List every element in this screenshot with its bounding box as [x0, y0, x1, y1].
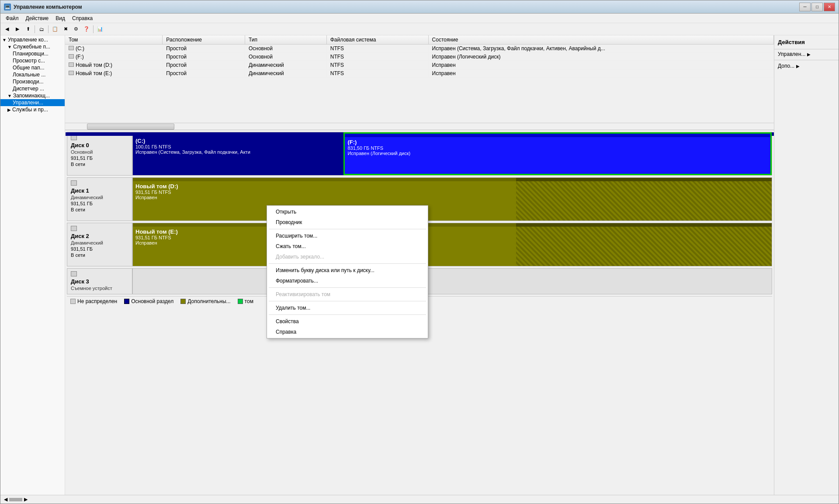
sidebar-item-shared[interactable]: Общие пап...: [0, 64, 65, 71]
row-type: Основной: [245, 45, 326, 53]
legend-logical-label: том: [245, 298, 253, 304]
sidebar-item-scheduler[interactable]: Планировщи...: [0, 50, 65, 57]
ctx-mirror: Добавить зеркало...: [267, 252, 428, 262]
show-hide-button[interactable]: 🗂: [37, 24, 46, 34]
action-more[interactable]: Допо... ▶: [774, 61, 839, 71]
table-row[interactable]: Новый том (E:) Простой Динамический NTFS…: [65, 69, 774, 78]
partition-c-size: 100,01 ГБ NTFS: [135, 144, 341, 149]
context-menu: Открыть Проводник Расширить том... Сжать…: [267, 205, 428, 338]
sidebar-item-svcapp[interactable]: ▶ Службы и пр...: [0, 106, 65, 113]
menu-file[interactable]: Файл: [2, 14, 22, 22]
ctx-help[interactable]: Справка: [267, 327, 428, 337]
disk-1-status: В сети: [71, 207, 128, 212]
action-manage-label: Управлен...: [778, 51, 805, 57]
row-location: Простой: [163, 53, 245, 61]
ctx-sep-3: [269, 287, 426, 288]
disk-row-0: Диск 0 Основной 931,51 ГБ В сети (C:) 10…: [67, 132, 772, 176]
row-fs: NTFS: [326, 53, 428, 61]
delete-button[interactable]: ✖: [61, 24, 70, 34]
col-location[interactable]: Расположение: [163, 35, 245, 45]
disk-table: Том Расположение Тип Файловая система Со…: [65, 35, 774, 78]
legend-unallocated: Не распределен: [70, 298, 117, 304]
properties-button[interactable]: ⚙: [71, 24, 81, 34]
partition-e-free[interactable]: [516, 223, 772, 266]
ctx-delete[interactable]: Удалить том...: [267, 303, 428, 313]
right-panel: Действия Управлен... ▶ Допо... ▶: [774, 35, 839, 495]
sidebar-devmgr-label: Диспетчер ...: [13, 86, 44, 92]
action-manage-arrow: ▶: [807, 52, 811, 57]
disk-1-icon: [71, 180, 77, 186]
menu-help[interactable]: Справка: [69, 14, 96, 22]
ctx-format[interactable]: Форматировать...: [267, 276, 428, 286]
ctx-sep-4: [269, 301, 426, 301]
sidebar-item-storage[interactable]: ▼ Запоминающ...: [0, 92, 65, 99]
col-fs[interactable]: Файловая система: [326, 35, 428, 45]
back-button[interactable]: ◀: [2, 24, 12, 34]
row-fs: NTFS: [326, 69, 428, 78]
menu-view[interactable]: Вид: [52, 14, 69, 22]
hscrollbar-track[interactable]: [65, 123, 774, 130]
toolbar-separator-1: [35, 25, 35, 33]
ctx-sep-1: [269, 229, 426, 229]
main-content: ▼ Управление ко... ▼ Служебные п... План…: [0, 35, 839, 495]
table-row[interactable]: (C:) Простой Основной NTFS Исправен (Сис…: [65, 45, 774, 53]
ctx-change-letter[interactable]: Изменить букву диска или путь к диску...: [267, 265, 428, 276]
col-type[interactable]: Тип: [245, 35, 326, 45]
maximize-button[interactable]: □: [811, 3, 823, 11]
minimize-button[interactable]: ─: [799, 3, 811, 11]
menu-action[interactable]: Действие: [22, 14, 52, 22]
legend-extended-label: Дополнительны...: [187, 298, 230, 304]
row-volume: (F:): [65, 53, 163, 61]
sidebar-item-diskmgmt[interactable]: Управлени...: [0, 99, 65, 106]
sidebar-item-perf[interactable]: Производи...: [0, 78, 65, 85]
export-button[interactable]: 📊: [95, 24, 105, 34]
table-row[interactable]: (F:) Простой Основной NTFS Исправен (Лог…: [65, 53, 774, 61]
sidebar-item-services[interactable]: ▼ Служебные п...: [0, 43, 65, 50]
sidebar-root-label: Управление ко...: [8, 37, 48, 43]
sidebar-item-devmgr[interactable]: Диспетчер ...: [0, 85, 65, 92]
ctx-reactivate: Реактивизировать том: [267, 289, 428, 300]
window-icon: 💻: [4, 3, 11, 10]
sidebar-item-local[interactable]: Локальные ...: [0, 71, 65, 78]
table-hscrollbar[interactable]: [65, 123, 774, 130]
sidebar-svcapp-label: Службы и пр...: [12, 107, 48, 113]
legend-primary-box: [124, 299, 129, 304]
status-right-arrow: ▶: [24, 497, 28, 502]
col-volume[interactable]: Том: [65, 35, 163, 45]
partition-c[interactable]: (C:) 100,01 ГБ NTFS Исправен (Система, З…: [133, 132, 343, 175]
sidebar-root[interactable]: ▼ Управление ко...: [0, 36, 65, 43]
copy-button[interactable]: 📋: [50, 24, 60, 34]
ctx-shrink[interactable]: Сжать том...: [267, 241, 428, 252]
table-scroll[interactable]: Том Расположение Тип Файловая система Со…: [65, 35, 774, 123]
disk-0-name: Диск 0: [71, 142, 128, 148]
col-status[interactable]: Состояние: [428, 35, 773, 45]
hscrollbar-thumb[interactable]: [87, 124, 174, 130]
ctx-sep-2: [269, 263, 426, 264]
up-button[interactable]: ⬆: [23, 24, 33, 34]
sidebar-diskmgmt-label: Управлени...: [13, 100, 43, 106]
row-location: Простой: [163, 69, 245, 78]
row-status: Исправен (Система, Загрузка, Файл подкач…: [428, 45, 773, 53]
row-volume: (C:): [65, 45, 163, 53]
forward-button[interactable]: ▶: [13, 24, 22, 34]
disk-info-1: Диск 1 Динамический 931,51 ГБ В сети: [67, 177, 132, 221]
disk-2-partitions: Новый том (E:) 931,51 ГБ NTFS Исправен: [132, 223, 772, 266]
ctx-open[interactable]: Открыть: [267, 207, 428, 217]
sidebar-local-label: Локальные ...: [13, 72, 45, 78]
window-title: Управление компьютером: [14, 4, 799, 10]
disk-2-icon: [71, 226, 77, 231]
help-button[interactable]: ❓: [82, 24, 91, 34]
partition-d-free[interactable]: [516, 178, 772, 221]
disk-1-type: Динамический: [71, 195, 128, 200]
close-button[interactable]: ✕: [824, 3, 835, 11]
disk-2-size: 931,51 ГБ: [71, 246, 128, 252]
partition-f[interactable]: (F:) 831,50 ГБ NTFS Исправен (Логический…: [343, 132, 772, 175]
ctx-extend[interactable]: Расширить том...: [267, 231, 428, 241]
action-manage[interactable]: Управлен... ▶: [774, 49, 839, 59]
sidebar: ▼ Управление ко... ▼ Служебные п... План…: [0, 35, 65, 495]
table-row[interactable]: Новый том (D:) Простой Динамический NTFS…: [65, 61, 774, 69]
sidebar-item-viewer[interactable]: Просмотр с...: [0, 57, 65, 64]
ctx-explorer[interactable]: Проводник: [267, 217, 428, 228]
ctx-properties[interactable]: Свойства: [267, 316, 428, 327]
disk-3-name: Диск 3: [71, 278, 128, 285]
